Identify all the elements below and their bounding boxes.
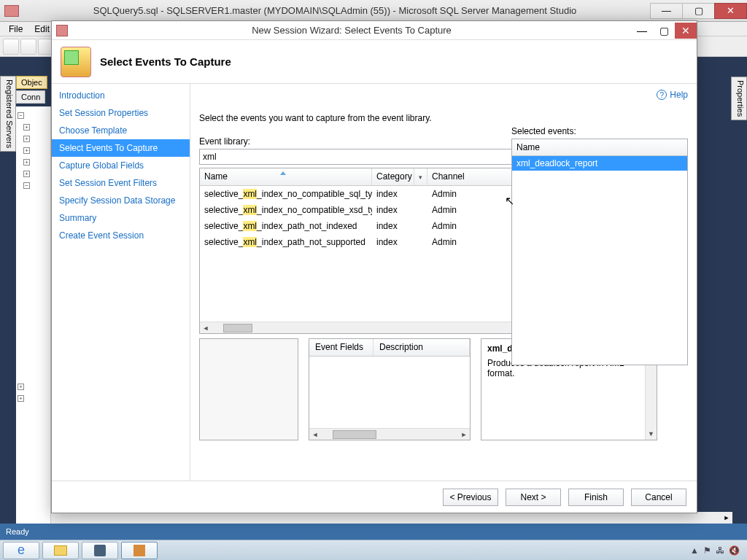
taskbar-ssms-icon[interactable] [121,542,158,559]
app-icon [4,5,19,17]
nav-item-introduction[interactable]: Introduction [52,87,190,104]
main-titlebar: SQLQuery5.sql - SQLSERVER1.master (MYDOM… [0,0,747,22]
selected-events-grid[interactable]: Name xml_deadlock_report [511,139,688,365]
system-tray[interactable]: ▲ ⚑ 🖧 🔇 [690,545,744,556]
selected-row[interactable]: xml_deadlock_report [512,156,687,171]
column-description[interactable]: Description [374,339,470,356]
event-fields-panel[interactable]: Event Fields Description ◄► [309,338,471,440]
properties-tab[interactable]: Properties [731,77,747,120]
close-button[interactable]: ✕ [714,3,747,19]
dialog-icon [56,25,68,36]
taskbar-ie-icon[interactable]: e [3,542,39,559]
dialog-footer: < Previous Next > Finish Cancel [52,481,697,513]
status-bar: Ready [0,524,747,540]
cancel-button[interactable]: Cancel [631,489,686,506]
dialog-heading: Select Events To Capture [100,55,231,68]
object-explorer-tree[interactable]: − + + + + + − + + [16,106,51,524]
dialog-close-button[interactable]: ✕ [675,23,697,39]
status-text: Ready [6,527,29,536]
help-label: Help [670,90,688,100]
category-dropdown-icon[interactable]: ▾ [414,168,427,185]
main-window-controls: — ▢ ✕ [651,3,747,19]
workspace-horizontal-scrollbar[interactable]: ◄► [16,512,732,524]
column-category[interactable]: Category [372,168,414,185]
nav-item-capture-global-fields[interactable]: Capture Global Fields [52,157,190,174]
minimize-button[interactable]: — [650,3,683,19]
object-explorer-header[interactable]: Objec [16,76,47,89]
selected-events-label: Selected events: [511,126,688,136]
toolbar-button[interactable] [20,39,36,55]
selected-column-name[interactable]: Name [512,139,687,156]
dialog-maximize-button[interactable]: ▢ [653,23,675,39]
maximize-button[interactable]: ▢ [682,3,715,19]
network-icon[interactable]: 🖧 [716,545,724,556]
main-window-title: SQLQuery5.sql - SQLSERVER1.master (MYDOM… [93,5,577,16]
dialog-header: Select Events To Capture [52,40,697,84]
help-icon: ? [657,90,667,100]
nav-item-specify-session-data-storage[interactable]: Specify Session Data Storage [52,192,190,209]
previous-button[interactable]: < Previous [443,489,498,506]
dialog-title: New Session Wizard: Select Events To Cap… [72,25,631,36]
column-event-fields[interactable]: Event Fields [309,339,374,356]
search-input[interactable] [199,149,550,165]
category-list-panel[interactable] [199,338,298,440]
nav-item-set-session-properties[interactable]: Set Session Properties [52,104,190,122]
taskbar-server-icon[interactable] [82,542,118,559]
wizard-nav: IntroductionSet Session PropertiesChoose… [52,84,190,481]
dialog-titlebar: New Session Wizard: Select Events To Cap… [52,21,697,40]
menu-file[interactable]: File [3,24,28,34]
taskbar-explorer-icon[interactable] [42,542,79,559]
nav-item-create-event-session[interactable]: Create Event Session [52,227,190,244]
tray-up-icon[interactable]: ▲ [690,545,699,556]
toolbar-button[interactable] [3,39,19,55]
taskbar: e ▲ ⚑ 🖧 🔇 [0,540,747,560]
help-link[interactable]: ? Help [657,90,688,100]
fields-horizontal-scrollbar[interactable]: ◄► [309,428,470,440]
nav-item-select-events-to-capture[interactable]: Select Events To Capture [52,139,190,157]
registered-servers-tab[interactable]: Registered Servers [0,76,16,152]
dialog-minimize-button[interactable]: — [631,23,653,39]
finish-button[interactable]: Finish [568,489,624,506]
new-session-wizard-dialog: New Session Wizard: Select Events To Cap… [51,20,697,513]
wizard-step-icon [61,47,91,77]
nav-item-summary[interactable]: Summary [52,209,190,227]
next-button[interactable]: Next > [506,489,561,506]
nav-item-choose-template[interactable]: Choose Template [52,122,190,139]
nav-item-set-session-event-filters[interactable]: Set Session Event Filters [52,174,190,192]
sound-icon[interactable]: 🔇 [729,545,740,556]
flag-icon[interactable]: ⚑ [703,545,711,556]
connect-button[interactable]: Conn [16,90,45,104]
column-name[interactable]: Name [200,168,372,185]
instruction-text: Select the events you want to capture fr… [199,113,688,123]
